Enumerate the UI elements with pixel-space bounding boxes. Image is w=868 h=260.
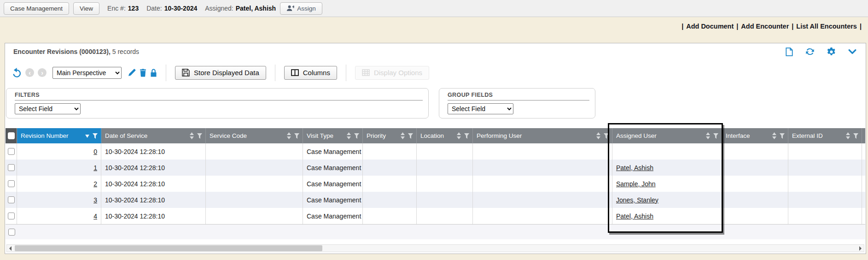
select-all-header-cell[interactable] xyxy=(6,128,17,143)
column-header-external-id[interactable]: External ID xyxy=(788,128,862,143)
row-checkbox[interactable] xyxy=(8,180,15,187)
assigned-user-link[interactable]: Patel, Ashish xyxy=(616,164,653,171)
top-toolbar: Case Management View Enc #: 123 Date: 10… xyxy=(0,0,868,17)
cell-date-of-service: 10-30-2024 12:28:10 xyxy=(101,192,206,208)
filter-funnel-icon[interactable] xyxy=(713,133,718,139)
edit-pencil-icon[interactable] xyxy=(128,69,136,77)
filter-funnel-icon[interactable] xyxy=(853,133,858,139)
footer-checkbox[interactable] xyxy=(8,229,15,236)
sort-icon[interactable] xyxy=(772,132,776,139)
assign-button-label: Assign xyxy=(297,5,316,12)
filter-funnel-icon[interactable] xyxy=(780,133,785,139)
cell-interface xyxy=(722,192,788,208)
column-header-visit-type[interactable]: Visit Type xyxy=(303,128,363,143)
cell-text: Case Management xyxy=(307,148,361,155)
sort-icon[interactable] xyxy=(347,132,351,139)
filter-funnel-icon[interactable] xyxy=(408,133,413,139)
filter-funnel-icon[interactable] xyxy=(197,133,202,139)
column-header-priority[interactable]: Priority xyxy=(363,128,417,143)
gear-icon[interactable] xyxy=(827,47,836,56)
sort-icon[interactable] xyxy=(190,132,194,139)
group-fields-heading: GROUP FIELDS xyxy=(448,92,589,100)
panel-header-icons xyxy=(786,47,856,56)
lock-icon[interactable] xyxy=(150,69,157,77)
view-button[interactable]: View xyxy=(73,2,99,15)
revision-link[interactable]: 0 xyxy=(93,148,97,155)
cell-assigned-user: Patel, Ashish xyxy=(612,160,722,176)
sort-icon[interactable] xyxy=(287,132,291,139)
table-row: 010-30-2024 12:28:10Case Management xyxy=(6,143,865,160)
filter-funnel-icon[interactable] xyxy=(604,133,609,139)
cell-assigned-user xyxy=(612,143,722,160)
sort-icon[interactable] xyxy=(706,132,710,139)
filter-funnel-icon[interactable] xyxy=(464,133,469,139)
cell-interface xyxy=(722,208,788,224)
case-management-button[interactable]: Case Management xyxy=(4,2,69,15)
row-checkbox-cell xyxy=(6,208,17,224)
column-header-revision[interactable]: Revision Number xyxy=(17,128,101,143)
columns-button[interactable]: Columns xyxy=(284,66,337,80)
sort-icon[interactable] xyxy=(596,132,600,139)
refresh-icon[interactable] xyxy=(805,47,815,56)
add-encounter-link[interactable]: Add Encounter xyxy=(741,23,789,30)
cell-text: 10-30-2024 12:28:10 xyxy=(105,196,165,204)
assign-button[interactable]: Assign xyxy=(280,2,322,15)
cell-service-code xyxy=(206,192,303,208)
scrollbar-thumb[interactable] xyxy=(15,245,322,251)
row-checkbox[interactable] xyxy=(8,196,15,203)
display-options-label: Display Options xyxy=(374,69,422,77)
sort-icon[interactable] xyxy=(85,134,89,138)
sort-icon[interactable] xyxy=(457,132,461,139)
row-checkbox[interactable] xyxy=(8,213,15,219)
revision-link[interactable]: 4 xyxy=(93,213,97,220)
filter-funnel-icon[interactable] xyxy=(354,133,359,139)
delete-trash-icon[interactable] xyxy=(140,69,146,77)
cell-revision: 2 xyxy=(17,176,101,192)
date-value: 10-30-2024 xyxy=(164,5,198,12)
filter-funnel-icon[interactable] xyxy=(93,133,98,139)
collapse-chevron-icon[interactable] xyxy=(848,49,856,54)
perspective-select[interactable]: Main Perspective xyxy=(52,67,122,79)
add-document-link[interactable]: Add Document xyxy=(686,23,734,30)
row-checkbox[interactable] xyxy=(8,148,15,155)
person-plus-icon xyxy=(286,5,294,12)
cell-s-partial xyxy=(862,208,865,224)
cell-external-id xyxy=(788,143,862,160)
column-header-interface[interactable]: Interface xyxy=(722,128,788,143)
assigned-user-link[interactable]: Patel, Ashish xyxy=(616,213,653,220)
scroll-left-arrow[interactable] xyxy=(7,245,14,252)
column-header-date-of-service[interactable]: Date of Service xyxy=(101,128,206,143)
cell-interface xyxy=(722,176,788,192)
cell-text: 10-30-2024 12:28:10 xyxy=(105,213,165,220)
column-header-location[interactable]: Location xyxy=(417,128,473,143)
undo-icon[interactable] xyxy=(12,68,22,78)
cell-performing-user xyxy=(473,208,612,224)
list-all-encounters-link[interactable]: List All Encounters xyxy=(796,23,857,30)
horizontal-scrollbar[interactable] xyxy=(6,244,864,252)
revision-link[interactable]: 2 xyxy=(93,180,97,188)
store-displayed-data-button[interactable]: Store Displayed Data xyxy=(175,66,266,80)
new-document-icon[interactable] xyxy=(786,47,793,56)
row-checkbox[interactable] xyxy=(8,164,15,171)
column-header-service-code[interactable]: Service Code xyxy=(206,128,303,143)
next-perspective-icon[interactable]: › xyxy=(38,68,47,77)
cell-priority xyxy=(363,160,417,176)
column-header-performing-user[interactable]: Performing User xyxy=(473,128,612,143)
previous-perspective-icon[interactable]: ‹ xyxy=(25,68,34,77)
revision-link[interactable]: 1 xyxy=(93,164,97,171)
sort-icon[interactable] xyxy=(401,132,405,139)
column-label-service-code: Service Code xyxy=(210,132,284,139)
scroll-right-arrow[interactable] xyxy=(857,245,864,252)
filter-funnel-icon[interactable] xyxy=(294,133,299,139)
column-header-s-partial[interactable]: S xyxy=(862,128,865,143)
sort-icon[interactable] xyxy=(846,132,850,139)
group-fields-section: GROUP FIELDS Select Field xyxy=(439,88,595,118)
group-fields-select[interactable]: Select Field xyxy=(448,103,513,114)
filters-heading: FILTERS xyxy=(15,92,423,100)
filters-field-select[interactable]: Select Field xyxy=(15,103,81,114)
column-header-assigned-user[interactable]: Assigned User xyxy=(612,128,722,143)
revision-link[interactable]: 3 xyxy=(93,196,97,204)
select-all-checkbox[interactable] xyxy=(8,132,15,139)
assigned-user-link[interactable]: Sample, John xyxy=(616,180,656,188)
assigned-user-link[interactable]: Jones, Stanley xyxy=(616,196,658,204)
